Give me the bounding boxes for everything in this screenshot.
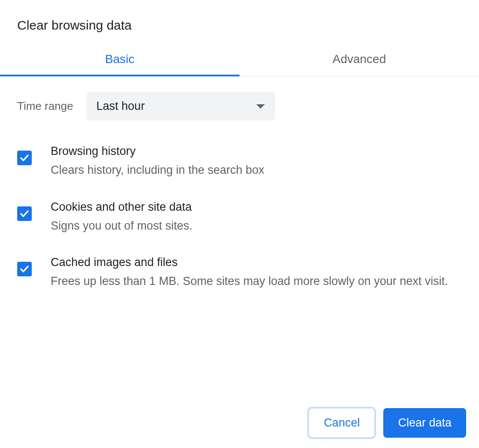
checkmark-icon (19, 264, 30, 274)
dialog-footer: Cancel Clear data (0, 408, 479, 448)
option-text: Cached images and files Frees up less th… (51, 256, 448, 290)
checkmark-icon (19, 153, 30, 163)
option-browsing-history: Browsing history Clears history, includi… (17, 145, 462, 179)
clear-browsing-data-dialog: Clear browsing data Basic Advanced Time … (0, 0, 479, 448)
tab-basic[interactable]: Basic (0, 45, 240, 76)
option-desc: Signs you out of most sites. (51, 217, 192, 235)
dropdown-arrow-icon (256, 104, 265, 109)
option-desc: Frees up less than 1 MB. Some sites may … (51, 272, 448, 290)
checkmark-icon (19, 209, 30, 219)
option-title: Browsing history (51, 145, 264, 158)
tabs: Basic Advanced (0, 45, 479, 76)
checkbox-cookies[interactable] (17, 206, 32, 221)
option-title: Cached images and files (51, 256, 448, 269)
checkbox-browsing-history[interactable] (17, 151, 32, 165)
cancel-button[interactable]: Cancel (309, 408, 375, 438)
option-cookies: Cookies and other site data Signs you ou… (17, 200, 462, 235)
option-desc: Clears history, including in the search … (51, 161, 264, 179)
time-range-select[interactable]: Last hour (86, 92, 275, 121)
clear-data-button[interactable]: Clear data (383, 408, 466, 438)
option-title: Cookies and other site data (51, 200, 192, 214)
dialog-title: Clear browsing data (0, 0, 479, 45)
option-cached: Cached images and files Frees up less th… (17, 256, 462, 290)
tab-advanced[interactable]: Advanced (240, 45, 479, 76)
option-text: Cookies and other site data Signs you ou… (51, 200, 192, 235)
time-range-value: Last hour (97, 100, 145, 113)
option-text: Browsing history Clears history, includi… (51, 145, 264, 179)
time-range-label: Time range (17, 100, 73, 113)
checkbox-cached[interactable] (17, 262, 32, 276)
dialog-content: Time range Last hour Browsing history Cl… (0, 76, 479, 408)
time-range-row: Time range Last hour (17, 92, 462, 121)
